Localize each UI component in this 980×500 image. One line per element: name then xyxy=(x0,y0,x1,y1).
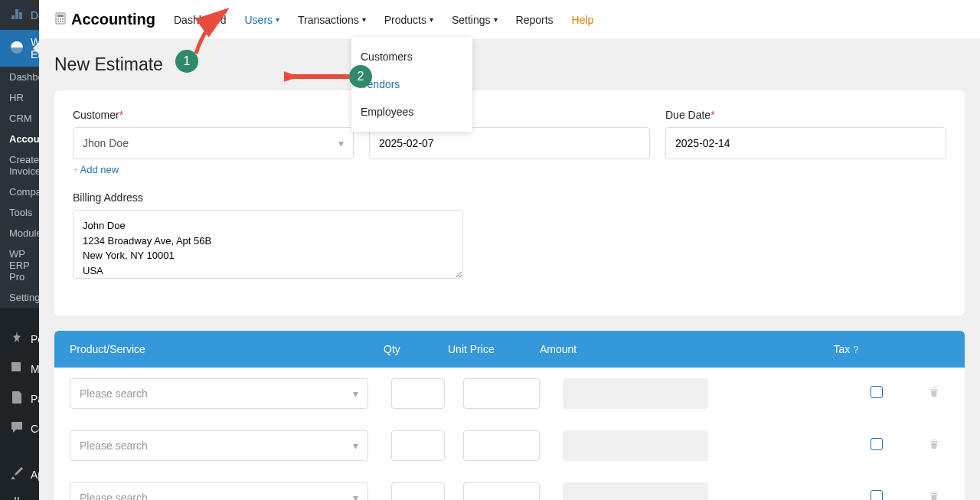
calculator-icon xyxy=(54,12,67,28)
trash-icon[interactable] xyxy=(929,387,939,400)
header-qty: Qty xyxy=(384,343,437,355)
erp-icon xyxy=(9,40,24,57)
svg-point-4 xyxy=(60,18,61,20)
header-product: Product/Service xyxy=(70,343,368,355)
sidebar-sub-hr[interactable]: HR xyxy=(0,87,39,108)
amount-display xyxy=(563,430,708,461)
table-row: Please search▾ xyxy=(54,368,965,420)
sidebar-item-media[interactable]: Media xyxy=(0,354,39,384)
top-navigation: Accounting Dashboard Users ▾ Transaction… xyxy=(39,0,980,39)
plug-icon xyxy=(9,495,24,500)
sidebar-label: WP ERP xyxy=(31,36,39,60)
due-date-input[interactable] xyxy=(665,127,946,159)
sidebar-item-comments[interactable]: Comments xyxy=(0,413,39,443)
brush-icon xyxy=(9,466,24,483)
price-input[interactable] xyxy=(463,378,540,409)
annotation-badge-1: 1 xyxy=(175,50,198,73)
product-select[interactable]: Please search▾ xyxy=(70,482,368,500)
sidebar-item-posts[interactable]: Posts xyxy=(0,324,39,354)
price-input[interactable] xyxy=(463,430,540,461)
nav-transactions[interactable]: Transactions ▾ xyxy=(298,14,366,26)
nav-help[interactable]: Help xyxy=(572,14,594,26)
due-date-label: Due Date* xyxy=(665,109,946,121)
help-icon[interactable]: ? xyxy=(853,344,858,355)
nav-settings[interactable]: Settings ▾ xyxy=(452,14,498,26)
caret-down-icon: ▾ xyxy=(353,387,358,400)
plus-icon: + xyxy=(73,164,79,175)
qty-input[interactable] xyxy=(391,430,445,461)
trash-icon[interactable] xyxy=(929,439,939,452)
annotation-badge-2: 2 xyxy=(349,65,372,88)
svg-point-5 xyxy=(62,18,64,20)
caret-down-icon: ▾ xyxy=(353,492,358,500)
billing-label: Billing Address xyxy=(73,191,463,204)
dropdown-customers[interactable]: Customers xyxy=(351,43,472,70)
sidebar-item-pages[interactable]: Pages xyxy=(0,384,39,413)
caret-down-icon: ▾ xyxy=(353,440,358,452)
tax-checkbox[interactable] xyxy=(871,386,883,398)
svg-point-3 xyxy=(57,18,59,20)
chevron-down-icon: ▾ xyxy=(362,15,366,24)
sidebar-label: Dashboard xyxy=(31,9,39,21)
comment-icon xyxy=(9,420,24,437)
amount-display xyxy=(563,378,708,409)
nav-users[interactable]: Users ▾ xyxy=(245,14,280,26)
qty-input[interactable] xyxy=(391,482,445,500)
customer-label: Customer* xyxy=(73,109,354,121)
product-select[interactable]: Please search▾ xyxy=(70,378,368,409)
table-row: Please search▾ xyxy=(54,472,965,500)
qty-input[interactable] xyxy=(391,378,445,409)
sidebar-label: Appearance xyxy=(31,469,39,481)
estimate-form-card: Customer* Jhon Doe ▾ + Add new Transacti… xyxy=(54,90,965,315)
chevron-down-icon: ▾ xyxy=(276,15,279,24)
svg-point-6 xyxy=(57,21,59,22)
trash-icon[interactable] xyxy=(929,491,939,500)
sidebar-item-dashboard[interactable]: Dashboard xyxy=(0,0,39,30)
sidebar-sub-tools[interactable]: Tools xyxy=(0,202,39,223)
svg-point-7 xyxy=(60,21,61,22)
sidebar-sub-dashboard[interactable]: Dashboard xyxy=(0,67,39,87)
nav-reports[interactable]: Reports xyxy=(516,14,554,26)
pin-icon xyxy=(9,330,24,348)
chevron-down-icon: ▾ xyxy=(430,15,433,24)
users-dropdown: Customers Vendors Employees xyxy=(351,37,472,132)
sidebar-sub-wperp-pro[interactable]: WP ERP Pro xyxy=(0,243,39,287)
dropdown-employees[interactable]: Employees xyxy=(351,98,472,126)
chevron-down-icon: ▾ xyxy=(494,15,498,24)
sidebar-label: Pages xyxy=(31,393,39,405)
header-tax: Tax ? xyxy=(812,343,880,355)
sidebar-item-plugins[interactable]: Plugins xyxy=(0,489,39,500)
sidebar-sub-crm[interactable]: CRM xyxy=(0,108,39,129)
trans-date-input[interactable] xyxy=(369,127,650,159)
sidebar-sub-company[interactable]: Company xyxy=(0,181,39,202)
customer-select[interactable]: Jhon Doe ▾ xyxy=(73,127,354,159)
nav-products[interactable]: Products ▾ xyxy=(384,14,433,26)
dashboard-icon xyxy=(9,6,24,24)
product-select[interactable]: Please search▾ xyxy=(70,430,368,461)
sidebar-label: Posts xyxy=(31,333,39,345)
sidebar-item-wp-erp[interactable]: WP ERP xyxy=(0,30,39,67)
tax-checkbox[interactable] xyxy=(871,490,883,500)
media-icon xyxy=(9,360,24,377)
header-amount: Amount xyxy=(540,343,685,355)
line-items-table: Product/Service Qty Unit Price Amount Ta… xyxy=(54,331,965,500)
svg-point-8 xyxy=(62,21,64,22)
amount-display xyxy=(563,482,708,500)
sidebar-sub-settings[interactable]: Settings xyxy=(0,287,39,308)
sidebar-sub-modules[interactable]: Modules xyxy=(0,223,39,243)
sidebar-item-appearance[interactable]: Appearance xyxy=(0,459,39,489)
sidebar-label: Media xyxy=(31,363,39,375)
page-icon xyxy=(9,390,24,407)
annotation-arrow-1 xyxy=(192,4,238,57)
billing-address-input[interactable]: John Doe 1234 Broadway Ave, Apt 56B New … xyxy=(73,210,463,279)
add-new-customer[interactable]: + Add new xyxy=(73,164,119,175)
sidebar-sub-accounting[interactable]: Accounting xyxy=(0,129,39,149)
header-price: Unit Price xyxy=(448,343,524,355)
sidebar-sub-create-invoice[interactable]: Create Invoice xyxy=(0,149,39,181)
sidebar-label: Comments xyxy=(31,423,39,435)
tax-checkbox[interactable] xyxy=(871,438,883,450)
svg-rect-2 xyxy=(57,15,64,17)
price-input[interactable] xyxy=(463,482,540,500)
table-row: Please search▾ xyxy=(54,420,965,472)
caret-down-icon: ▾ xyxy=(338,137,344,149)
